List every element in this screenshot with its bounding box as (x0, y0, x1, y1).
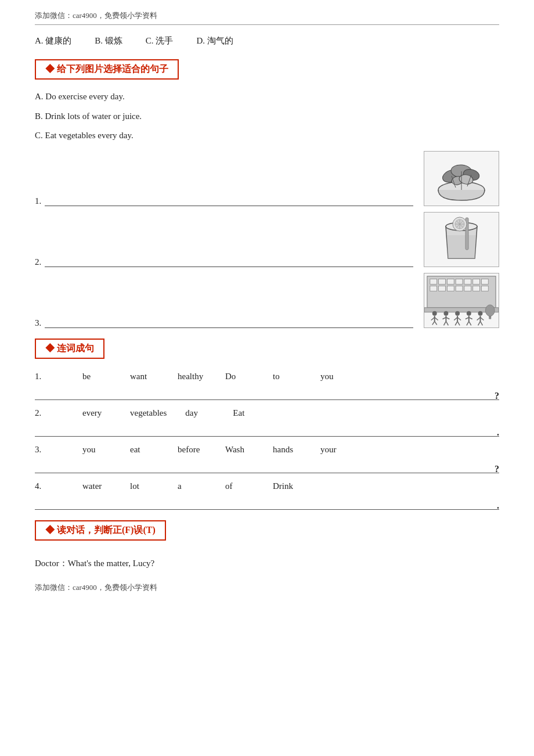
section2: ◆ 连词成句 1. be want healthy Do to you ? 2.… (35, 336, 499, 510)
svg-line-55 (467, 321, 469, 325)
sentence3-answer-line (35, 457, 499, 473)
sentence4-answer-line (35, 494, 499, 510)
item2-answer-line (45, 257, 413, 267)
section2-title: ◆ 连词成句 (35, 339, 104, 359)
sentence-block-2: 2. every vegetables day Eat . (35, 408, 499, 437)
svg-rect-21 (456, 279, 463, 284)
svg-point-64 (485, 304, 495, 316)
svg-line-62 (480, 321, 482, 325)
word4-5: Drink (273, 481, 302, 491)
svg-point-51 (467, 311, 471, 315)
option-a: A. 健康的 (35, 35, 71, 46)
word1-3: healthy (178, 372, 207, 381)
options-row: A. 健康的 B. 锻炼 C. 洗手 D. 淘气的 (35, 35, 499, 46)
svg-rect-31 (481, 286, 488, 291)
picture-item-2: 2. (35, 212, 499, 267)
sentence3-end: ? (495, 464, 499, 474)
svg-line-43 (443, 321, 446, 325)
section3: ◆ 读对话，判断正(F)误(T) Doctor：What's the matte… (35, 518, 499, 572)
section3-title: ◆ 读对话，判断正(F)误(T) (35, 520, 166, 541)
item1-num: 1. (35, 196, 41, 206)
section1-title: ◆ 给下列图片选择适合的句子 (35, 59, 179, 80)
word3-3: before (178, 445, 207, 455)
word1-5: to (273, 372, 302, 381)
word3-6: your (320, 445, 349, 455)
image-exercise (424, 273, 499, 328)
sentence-block-4: 4. water lot a of Drink . (35, 481, 499, 510)
word-row-3: 3. you eat before Wash hands your (35, 445, 499, 455)
svg-rect-19 (439, 279, 446, 284)
word2-num: 2. (35, 408, 64, 418)
word4-3: a (178, 481, 207, 491)
word4-2: lot (130, 481, 159, 491)
word3-num: 3. (35, 445, 64, 455)
svg-line-56 (469, 321, 471, 325)
svg-line-50 (457, 321, 460, 325)
word2-1: every (82, 408, 111, 418)
word4-num: 4. (35, 481, 64, 491)
juice-svg (430, 215, 493, 264)
svg-line-61 (478, 321, 481, 325)
svg-rect-25 (430, 286, 437, 291)
sentence2-end: . (497, 427, 499, 438)
sentence-block-1: 1. be want healthy Do to you ? (35, 372, 499, 400)
svg-rect-27 (447, 286, 454, 291)
svg-point-39 (443, 311, 448, 315)
svg-line-38 (435, 321, 437, 325)
picture-item-1: 1. (35, 151, 499, 206)
sentence1-answer-line (35, 384, 499, 400)
svg-point-45 (455, 311, 460, 315)
section1: ◆ 给下列图片选择适合的句子 A. Do exercise every day.… (35, 57, 499, 328)
sentence-block-3: 3. you eat before Wash hands your ? (35, 445, 499, 473)
item3-answer-line (45, 318, 413, 328)
word1-1: be (82, 372, 111, 381)
word2-3: day (185, 408, 214, 418)
sentence-c: C. Eat vegetables every day. (35, 127, 499, 145)
item2-num: 2. (35, 257, 41, 267)
svg-line-49 (455, 321, 457, 325)
svg-rect-22 (464, 279, 471, 284)
svg-rect-29 (464, 286, 471, 291)
svg-point-33 (432, 311, 437, 315)
sentence-list: A. Do exercise every day. B. Drink lots … (35, 88, 499, 145)
sentence-b: B. Drink lots of water or juice. (35, 107, 499, 126)
option-b: B. 锻炼 (95, 35, 122, 46)
svg-line-37 (432, 321, 435, 325)
svg-rect-26 (439, 286, 446, 291)
svg-rect-30 (473, 286, 480, 291)
word1-num: 1. (35, 372, 64, 381)
vegetables-svg (430, 154, 493, 203)
image-vegetables (424, 151, 499, 206)
header-text: 添加微信：car4900，免费领小学资料 (35, 10, 499, 25)
word1-4: Do (225, 372, 254, 381)
image-juice (424, 212, 499, 267)
option-d: D. 淘气的 (196, 35, 233, 46)
item1-answer-line (45, 196, 413, 206)
svg-rect-20 (447, 279, 454, 284)
option-c: C. 洗手 (146, 35, 174, 46)
word3-5: hands (273, 445, 302, 455)
word2-2: vegetables (130, 408, 167, 418)
sentence1-end: ? (495, 391, 499, 401)
sentence2-answer-line (35, 420, 499, 437)
exercise-svg (424, 273, 499, 328)
svg-point-57 (478, 311, 483, 315)
dialogue-line-1: Doctor：What's the matter, Lucy? (35, 555, 499, 572)
word2-4: Eat (233, 408, 262, 418)
sentence4-end: . (497, 501, 499, 511)
word3-1: you (82, 445, 111, 455)
svg-rect-18 (430, 279, 437, 284)
dialogue-section: Doctor：What's the matter, Lucy? (35, 555, 499, 572)
word-row-2: 2. every vegetables day Eat (35, 408, 499, 418)
svg-rect-24 (481, 279, 488, 284)
word1-2: want (130, 372, 159, 381)
word3-4: Wash (225, 445, 254, 455)
svg-line-44 (446, 321, 448, 325)
word-row-4: 4. water lot a of Drink (35, 481, 499, 491)
footer-text: 添加微信：car4900，免费领小学资料 (35, 582, 499, 593)
word4-1: water (82, 481, 111, 491)
word4-4: of (225, 481, 254, 491)
picture-item-3: 3. (35, 273, 499, 328)
svg-rect-28 (456, 286, 463, 291)
word-row-1: 1. be want healthy Do to you (35, 372, 499, 381)
